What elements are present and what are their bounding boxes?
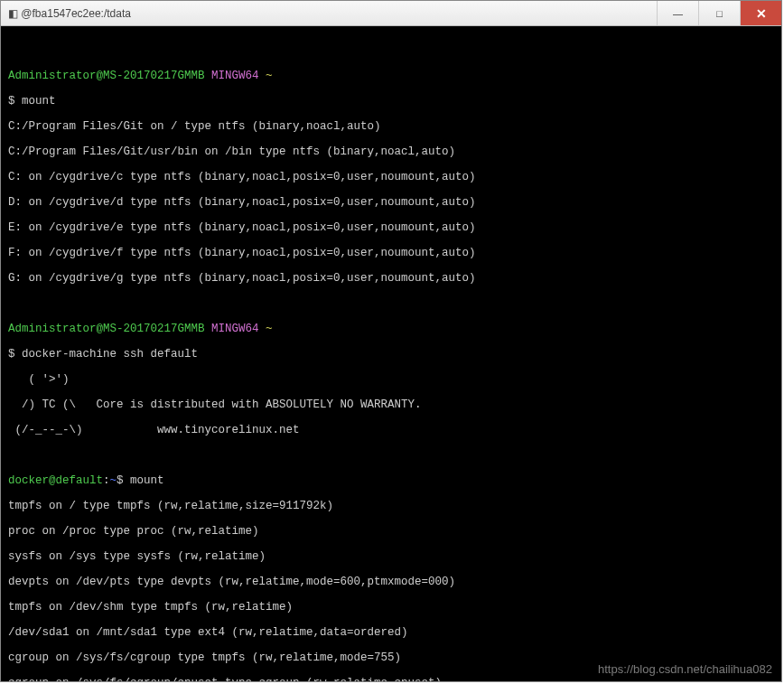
blank-line <box>8 449 774 462</box>
cmd-ssh: $ docker-machine ssh default <box>8 348 774 361</box>
minimize-button[interactable]: — <box>657 1 698 25</box>
mount2-1: proc on /proc type proc (rw,relatime) <box>8 525 774 538</box>
window-icon: ◧ <box>8 7 21 20</box>
window-controls: — □ ✕ <box>657 1 781 25</box>
window-title: @fba1547ec2ee:/tdata <box>21 7 131 20</box>
user-host: Administrator@MS-20170217GMMB <box>8 70 205 82</box>
mount2-0: tmpfs on / type tmpfs (rw,relatime,size=… <box>8 500 774 512</box>
mount2-2: sysfs on /sys type sysfs (rw,relatime) <box>8 550 774 563</box>
path: ~ <box>266 70 273 82</box>
mount2-4: tmpfs on /dev/shm type tmpfs (rw,relatim… <box>8 601 774 614</box>
shell-name: MINGW64 <box>211 70 259 82</box>
mount-output-5: F: on /cygdrive/f type ntfs (binary,noac… <box>8 247 774 259</box>
mount-output-4: E: on /cygdrive/e type ntfs (binary,noac… <box>8 221 774 234</box>
mount2-7: cgroup on /sys/fs/cgroup/cpuset type cgr… <box>8 677 774 681</box>
close-button[interactable]: ✕ <box>740 1 781 25</box>
mount-output-1: C:/Program Files/Git/usr/bin on /bin typ… <box>8 145 774 158</box>
titlebar[interactable]: ◧ @fba1547ec2ee:/tdata — □ ✕ <box>1 1 781 26</box>
maximize-button[interactable]: □ <box>698 1 740 25</box>
mount-output-0: C:/Program Files/Git on / type ntfs (bin… <box>8 120 774 133</box>
banner-0: ( '>') <box>8 373 774 386</box>
prompt-line-2: Administrator@MS-20170217GMMB MINGW64 ~ <box>8 323 774 335</box>
mount2-3: devpts on /dev/pts type devpts (rw,relat… <box>8 576 774 588</box>
blank-line <box>8 297 774 310</box>
banner-1: /) TC (\ Core is distributed with ABSOLU… <box>8 398 774 411</box>
mount2-5: /dev/sda1 on /mnt/sda1 type ext4 (rw,rel… <box>8 626 774 639</box>
terminal-window: ◧ @fba1547ec2ee:/tdata — □ ✕ Administrat… <box>0 0 782 682</box>
docker-prompt: docker@default:~$ mount <box>8 474 774 487</box>
banner-2: (/-_--_-\) www.tinycorelinux.net <box>8 424 774 436</box>
watermark: https://blog.csdn.net/chailihua082 <box>598 663 772 676</box>
mount-output-2: C: on /cygdrive/c type ntfs (binary,noac… <box>8 171 774 183</box>
cmd-mount: $ mount <box>8 95 774 108</box>
terminal-body[interactable]: Administrator@MS-20170217GMMB MINGW64 ~ … <box>1 26 781 681</box>
mount-output-3: D: on /cygdrive/d type ntfs (binary,noac… <box>8 196 774 209</box>
prompt-line: Administrator@MS-20170217GMMB MINGW64 ~ <box>8 70 774 82</box>
mount-output-6: G: on /cygdrive/g type ntfs (binary,noac… <box>8 272 774 285</box>
blank-line <box>8 44 774 57</box>
